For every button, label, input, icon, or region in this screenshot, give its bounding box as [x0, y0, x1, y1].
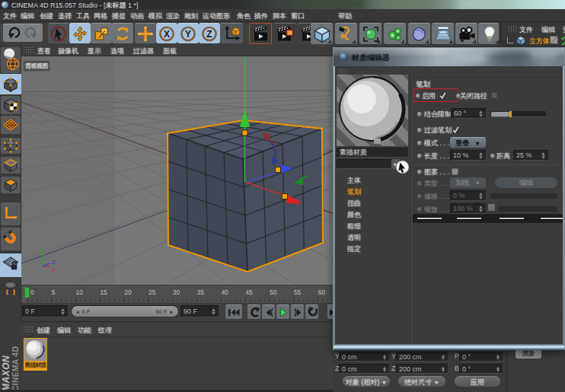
svg-text:X: X [164, 29, 170, 40]
svg-text:Y: Y [185, 29, 191, 40]
svg-text:25: 25 [148, 288, 156, 296]
svg-text:Z: Z [52, 259, 56, 266]
svg-text:15: 15 [100, 288, 107, 296]
svg-text:20: 20 [124, 288, 132, 296]
svg-text:50: 50 [270, 288, 277, 296]
svg-text:55: 55 [294, 288, 302, 296]
svg-text:60: 60 [318, 288, 326, 296]
svg-text:40: 40 [221, 288, 228, 296]
svg-text:0: 0 [30, 288, 34, 296]
svg-text:45: 45 [245, 288, 253, 296]
svg-text:10: 10 [76, 288, 84, 296]
svg-text:30: 30 [173, 288, 180, 296]
svg-text:Y: Y [40, 248, 44, 255]
svg-text:X: X [52, 266, 56, 273]
svg-text:Z: Z [206, 29, 212, 40]
svg-text:5: 5 [52, 288, 56, 296]
svg-text:35: 35 [197, 288, 205, 296]
